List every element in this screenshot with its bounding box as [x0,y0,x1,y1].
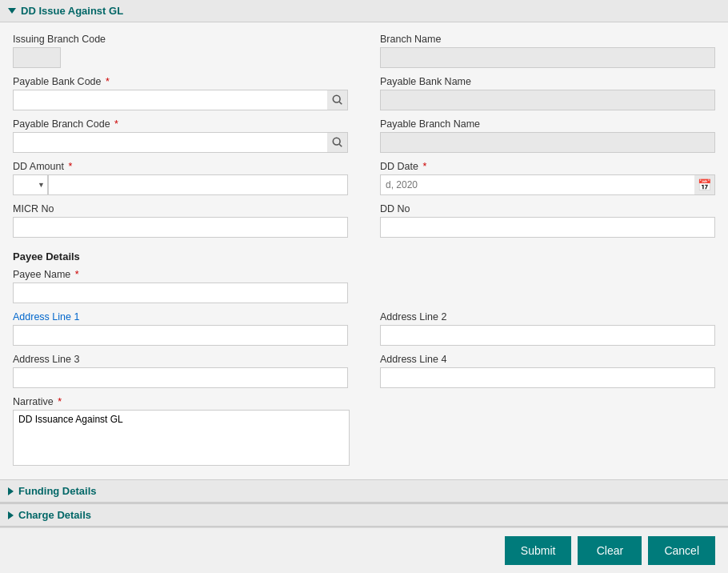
payee-name-input[interactable] [13,282,348,303]
dd-date-field: DD Date * 📅 [380,161,715,195]
payee-name-empty-col [380,269,715,311]
dd-issue-section-header[interactable]: DD Issue Against GL [0,0,728,22]
micr-no-input[interactable] [13,217,348,238]
payable-branch-code-label: Payable Branch Code * [13,118,348,130]
issuing-branch-code-label: Issuing Branch Code [13,34,348,45]
payable-branch-code-input[interactable] [13,132,348,153]
issuing-branch-code-input[interactable] [13,47,61,68]
payable-bank-code-input[interactable] [13,90,348,110]
submit-button[interactable]: Submit [505,536,572,565]
payee-details-section: Payee Details Payee Name * Address Line … [13,250,715,468]
dd-date-input[interactable] [380,174,715,195]
dd-date-label: DD Date * [380,161,715,172]
payable-bank-code-label: Payable Bank Code * [13,76,348,87]
section-expand-icon [8,8,16,14]
currency-select-wrap [13,174,48,195]
svg-point-2 [333,138,340,145]
address-line1-label: Address Line 1 [13,311,348,323]
payable-branch-code-field: Payable Branch Code * [13,118,348,153]
payable-bank-name-field: Payable Bank Name [380,76,715,110]
payee-form-grid: Payee Name * Address Line 1 Address [13,269,715,396]
search-icon2 [332,137,343,148]
address-line2-input[interactable] [380,325,715,346]
address-line4-field: Address Line 4 [380,354,715,388]
address-line4-input[interactable] [380,367,715,388]
payable-branch-code-search-button[interactable] [327,132,348,153]
payee-name-field: Payee Name * [13,269,348,303]
form-area: Issuing Branch Code Branch Name Payable … [0,22,728,479]
address-line1-link[interactable]: Address Line 1 [13,311,79,323]
narrative-label: Narrative * [13,396,350,407]
funding-details-label: Funding Details [18,485,97,497]
branch-name-input[interactable] [380,47,715,68]
svg-line-1 [339,102,342,104]
dd-amount-field: DD Amount * [13,161,348,195]
dd-no-field: DD No [380,203,715,238]
cancel-button[interactable]: Cancel [648,536,715,565]
dd-no-label: DD No [380,203,715,214]
req-marker6: * [55,396,62,407]
payable-bank-code-field: Payable Bank Code * [13,76,348,110]
req-marker5: * [72,269,78,280]
address-line3-field: Address Line 3 [13,354,348,388]
dd-amount-label: DD Amount * [13,161,348,172]
payable-bank-code-search-button[interactable] [327,90,348,110]
svg-point-0 [333,95,340,102]
address-line2-label: Address Line 2 [380,311,715,323]
address-line1-field: Address Line 1 [13,311,348,346]
payee-details-title: Payee Details [13,250,715,262]
address-line4-label: Address Line 4 [380,354,715,365]
payable-branch-name-label: Payable Branch Name [380,118,715,130]
funding-details-section[interactable]: Funding Details [0,479,728,503]
micr-no-label: MICR No [13,203,348,214]
form-grid: Issuing Branch Code Branch Name Payable … [13,34,715,246]
branch-name-label: Branch Name [380,34,715,45]
main-container: DD Issue Against GL Issuing Branch Code … [0,0,728,573]
funding-expand-icon [8,487,14,495]
clear-button[interactable]: Clear [578,536,642,565]
dd-amount-input-wrap [13,174,348,195]
micr-no-field: MICR No [13,203,348,238]
payable-branch-name-input[interactable] [380,132,715,153]
dd-amount-input[interactable] [48,174,348,195]
payable-bank-name-input[interactable] [380,90,715,110]
address-line3-input[interactable] [13,367,348,388]
req-marker2: * [112,118,118,130]
currency-select[interactable] [13,174,48,195]
issuing-branch-code-field: Issuing Branch Code [13,34,348,68]
req-marker3: * [66,161,72,172]
req-marker: * [103,76,110,87]
branch-name-field: Branch Name [380,34,715,68]
footer-bar: Submit Clear Cancel [0,527,728,573]
funding-details-header[interactable]: Funding Details [0,480,728,503]
charge-details-label: Charge Details [18,509,91,521]
address-line2-field: Address Line 2 [380,311,715,346]
narrative-textarea[interactable]: DD Issuance Against GL [13,410,350,466]
address-line1-input[interactable] [13,325,348,346]
charge-expand-icon [8,511,14,519]
search-icon [332,94,343,106]
payable-bank-name-label: Payable Bank Name [380,76,715,87]
payable-branch-code-input-wrap [13,132,348,153]
payable-branch-name-field: Payable Branch Name [380,118,715,153]
dd-date-calendar-button[interactable]: 📅 [694,174,715,195]
req-marker4: * [420,161,426,172]
payee-name-label: Payee Name * [13,269,348,280]
dd-no-input[interactable] [380,217,715,238]
address-line3-label: Address Line 3 [13,354,348,365]
narrative-field: Narrative * DD Issuance Against GL [13,396,350,468]
calendar-icon: 📅 [698,178,711,191]
section-title: DD Issue Against GL [21,5,123,17]
payable-bank-code-input-wrap [13,90,348,110]
dd-date-input-wrap: 📅 [380,174,715,195]
svg-line-3 [339,144,342,146]
charge-details-section[interactable]: Charge Details [0,503,728,527]
charge-details-header[interactable]: Charge Details [0,504,728,527]
